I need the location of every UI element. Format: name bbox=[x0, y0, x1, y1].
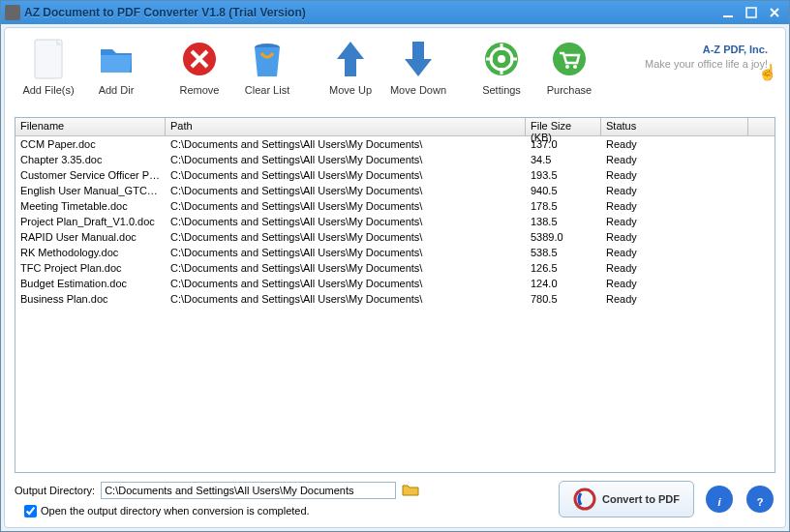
move-down-button[interactable]: Move Down bbox=[384, 36, 452, 96]
table-row[interactable]: Budget Estimation.docC:\Documents and Se… bbox=[15, 276, 775, 291]
footer: Output Directory: Open the output direct… bbox=[15, 481, 775, 517]
table-row[interactable]: RAPID User Manual.docC:\Documents and Se… bbox=[15, 229, 775, 245]
table-row[interactable]: Meeting Timetable.docC:\Documents and Se… bbox=[15, 198, 775, 214]
gear-icon bbox=[480, 38, 523, 80]
help-button[interactable]: ? bbox=[744, 484, 775, 515]
trash-icon bbox=[246, 38, 289, 80]
main-window: AZ Document to PDF Converter V1.8 (Trial… bbox=[0, 0, 790, 532]
table-row[interactable]: Customer Service Officer PD....C:\Docume… bbox=[15, 167, 775, 183]
arrow-down-icon bbox=[397, 38, 440, 80]
open-after-label: Open the output directory when conversio… bbox=[41, 505, 310, 517]
move-up-button[interactable]: Move Up bbox=[317, 36, 384, 96]
app-icon bbox=[5, 5, 20, 20]
clear-list-button[interactable]: Clear List bbox=[233, 36, 301, 96]
table-row[interactable]: TFC Project Plan.docC:\Documents and Set… bbox=[15, 260, 775, 276]
arrow-up-icon bbox=[329, 38, 372, 80]
remove-icon bbox=[178, 38, 221, 80]
table-row[interactable]: CCM Paper.docC:\Documents and Settings\A… bbox=[15, 136, 775, 152]
col-status[interactable]: Status bbox=[601, 118, 748, 135]
add-files-button[interactable]: Add File(s) bbox=[15, 36, 82, 96]
purchase-button[interactable]: Purchase bbox=[535, 36, 603, 96]
titlebar[interactable]: AZ Document to PDF Converter V1.8 (Trial… bbox=[1, 1, 789, 24]
svg-rect-0 bbox=[723, 15, 733, 17]
table-row[interactable]: Project Plan_Draft_V1.0.docC:\Documents … bbox=[15, 214, 775, 229]
settings-button[interactable]: Settings bbox=[468, 36, 535, 96]
add-dir-button[interactable]: Add Dir bbox=[82, 36, 150, 96]
col-path[interactable]: Path bbox=[166, 118, 526, 135]
info-button[interactable]: i bbox=[704, 484, 735, 515]
close-button[interactable] bbox=[764, 4, 785, 21]
cart-icon bbox=[548, 38, 591, 80]
svg-text:?: ? bbox=[757, 496, 764, 508]
document-icon bbox=[27, 38, 70, 80]
content-frame: Add File(s) Add Dir Remove Clear List Mo… bbox=[4, 27, 786, 528]
svg-rect-1 bbox=[746, 8, 756, 17]
col-filename[interactable]: Filename bbox=[15, 118, 166, 135]
browse-folder-icon[interactable] bbox=[402, 483, 419, 498]
table-row[interactable]: Business Plan.docC:\Documents and Settin… bbox=[15, 291, 775, 307]
open-after-checkbox[interactable] bbox=[24, 505, 37, 517]
convert-button[interactable]: Convert to PDF bbox=[559, 481, 694, 517]
svg-point-13 bbox=[565, 65, 569, 69]
grid-header: Filename Path File Size (KB) Status bbox=[15, 118, 775, 136]
maximize-button[interactable] bbox=[741, 4, 762, 21]
output-dir-label: Output Directory: bbox=[15, 485, 95, 496]
remove-button[interactable]: Remove bbox=[166, 36, 233, 96]
svg-point-14 bbox=[573, 65, 577, 69]
pointer-hand-icon: ☝ bbox=[758, 63, 777, 81]
output-dir-input[interactable] bbox=[101, 482, 396, 499]
window-title: AZ Document to PDF Converter V1.8 (Trial… bbox=[24, 6, 717, 19]
col-size[interactable]: File Size (KB) bbox=[526, 118, 601, 135]
brand-logo: A-Z PDF, Inc. Make your office life a jo… bbox=[645, 36, 775, 70]
svg-point-12 bbox=[553, 43, 586, 75]
table-row[interactable]: English User Manual_GTC-71...C:\Document… bbox=[15, 183, 775, 198]
folder-icon bbox=[95, 38, 137, 80]
file-grid: Filename Path File Size (KB) Status CCM … bbox=[15, 117, 775, 473]
grid-body[interactable]: CCM Paper.docC:\Documents and Settings\A… bbox=[15, 136, 775, 472]
table-row[interactable]: Chapter 3.35.docC:\Documents and Setting… bbox=[15, 152, 775, 167]
toolbar: Add File(s) Add Dir Remove Clear List Mo… bbox=[15, 36, 775, 113]
convert-icon bbox=[573, 488, 596, 511]
minimize-button[interactable] bbox=[717, 4, 739, 21]
svg-point-7 bbox=[498, 55, 505, 63]
table-row[interactable]: RK Methodology.docC:\Documents and Setti… bbox=[15, 245, 775, 260]
